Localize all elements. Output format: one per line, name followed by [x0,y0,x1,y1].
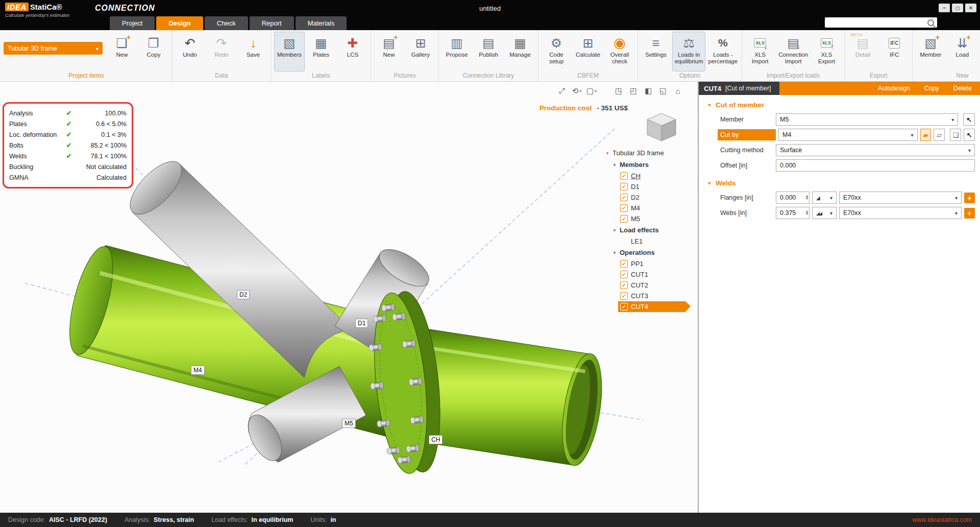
tab-report[interactable]: Report [250,16,294,30]
checkbox-icon[interactable] [620,271,628,278]
cutting-method-select[interactable]: Surface [776,144,975,156]
tab-design[interactable]: Design [156,16,203,30]
tree-item[interactable]: D1 [605,181,693,192]
copy-project-item-button[interactable]: Copy [138,32,169,71]
flange-electrode-select[interactable]: E70xx [839,191,962,204]
viewport-tool-button[interactable] [556,85,568,97]
flange-plate-solid[interactable] [361,289,448,477]
add-web-weld-button[interactable] [964,208,975,219]
model-viewport[interactable]: D2 D1 M4 M5 CH Analysis 100.0% Plat [0,82,698,513]
manage-button[interactable]: Manage [505,32,535,71]
project-template-select[interactable]: Tubular 3D frame [4,42,103,55]
overall-check-button[interactable]: Overall check [604,32,635,71]
publish-button[interactable]: Publish [473,32,504,71]
checkbox-icon[interactable] [620,204,628,212]
viewport-tool-button[interactable] [643,85,654,97]
navigation-cube[interactable] [644,111,679,143]
cut-by-plate-button[interactable] [934,129,945,141]
tree-item[interactable]: M4 [605,203,693,213]
checkbox-icon[interactable] [620,215,628,223]
welds-section[interactable]: Welds [699,173,980,190]
web-weld-type-select[interactable] [812,207,837,219]
new-load-button[interactable]: Load [947,32,977,71]
member-label[interactable]: M5 [342,419,356,428]
calculate-button[interactable]: Calculate [573,32,603,71]
tree-item[interactable]: CUT4 [618,301,685,312]
lcs-toggle-button[interactable]: LCS [337,32,368,71]
web-electrode-select[interactable]: E70xx [839,207,962,219]
collapse-icon[interactable] [612,162,617,167]
viewport-tool-button[interactable] [571,85,582,97]
maximize-button[interactable] [952,4,963,12]
collapse-icon[interactable] [707,103,712,108]
detail-export-button[interactable]: BETA Detail [847,32,878,71]
tree-item[interactable]: D2 [605,192,693,203]
tree-item[interactable]: CUT3 [605,291,693,301]
search-input[interactable] [828,18,927,27]
member-select[interactable]: M5 [776,113,958,126]
xls-export-button[interactable]: XLS Export [811,32,842,71]
new-member-button[interactable]: Member [915,32,946,71]
checkbox-icon[interactable] [620,303,628,310]
checkbox-icon[interactable] [620,281,628,289]
xls-import-button[interactable]: XLS Import [745,32,775,71]
web-weld-size-input[interactable]: 0.375 [776,207,810,219]
tree-item[interactable]: CUT2 [605,280,693,291]
plates-detail-button[interactable] [950,129,961,141]
loads-percentage-button[interactable]: Loads - percentage [706,32,739,71]
save-button[interactable]: Save [238,32,268,71]
pick-cut-by-button[interactable] [964,129,975,141]
cut-by-weld-button[interactable] [920,129,932,141]
checkbox-icon[interactable] [620,292,628,300]
checkbox-icon[interactable] [620,194,628,201]
search-icon[interactable] [927,19,934,26]
plates-toggle-button[interactable]: Plates [306,32,336,71]
undo-button[interactable]: Undo [175,32,205,71]
website-link[interactable]: www.ideastatica.com [912,516,972,523]
checkbox-icon[interactable] [620,172,628,180]
offset-input[interactable]: 0.000 [776,159,975,172]
new-project-item-button[interactable]: New [107,32,137,71]
minimize-button[interactable] [939,4,950,12]
checkbox-icon[interactable] [620,260,628,268]
ifc-export-button[interactable]: IFC [879,32,910,71]
cut-by-select[interactable]: M4 [778,129,918,141]
cut-of-member-section[interactable]: Cut of member [699,95,980,112]
connection-import-button[interactable]: Connection Import [776,32,810,71]
tree-section-header[interactable]: Load effects [605,224,693,236]
tree-item[interactable]: PP1 [605,258,693,269]
tab-project[interactable]: Project [110,16,155,30]
pick-member-button[interactable] [963,113,975,126]
code-setup-button[interactable]: Code setup [541,32,572,71]
viewport-tool-button[interactable] [586,85,597,97]
members-toggle-button[interactable]: Members [274,32,305,71]
settings-button[interactable]: Settings [641,32,671,71]
propose-button[interactable]: Propose [442,32,472,71]
autodesign-button[interactable]: Autodesign [878,85,910,92]
new-picture-button[interactable]: New [374,32,404,71]
viewport-tool-button[interactable] [628,85,639,97]
redo-button[interactable]: Redo [206,32,237,71]
delete-operation-button[interactable]: Delete [953,85,972,92]
member-label[interactable]: CH [429,435,443,444]
close-button[interactable] [965,4,976,12]
tree-section-header[interactable]: Members [605,159,693,171]
copy-operation-button[interactable]: Copy [924,85,939,92]
tree-item[interactable]: LE1 [605,236,693,247]
tree-root[interactable]: Tubular 3D frame [605,147,693,159]
collapse-icon[interactable] [612,228,617,233]
stepper-icon[interactable] [806,210,808,215]
stepper-icon[interactable] [806,195,808,200]
collapse-icon[interactable] [605,151,610,156]
add-flange-weld-button[interactable] [964,193,975,203]
collapse-icon[interactable] [612,250,617,255]
flange-weld-type-select[interactable] [812,191,837,204]
viewport-tool-button[interactable] [672,85,683,97]
tree-item[interactable]: CH [605,171,693,181]
tab-check[interactable]: Check [205,16,248,30]
loads-in-equilibrium-button[interactable]: Loads in equilibrium [672,32,705,71]
flange-weld-size-input[interactable]: 0.000 [776,191,810,204]
member-label[interactable]: M4 [191,366,205,375]
tab-materials[interactable]: Materials [296,16,347,30]
member-label[interactable]: D1 [355,319,368,328]
